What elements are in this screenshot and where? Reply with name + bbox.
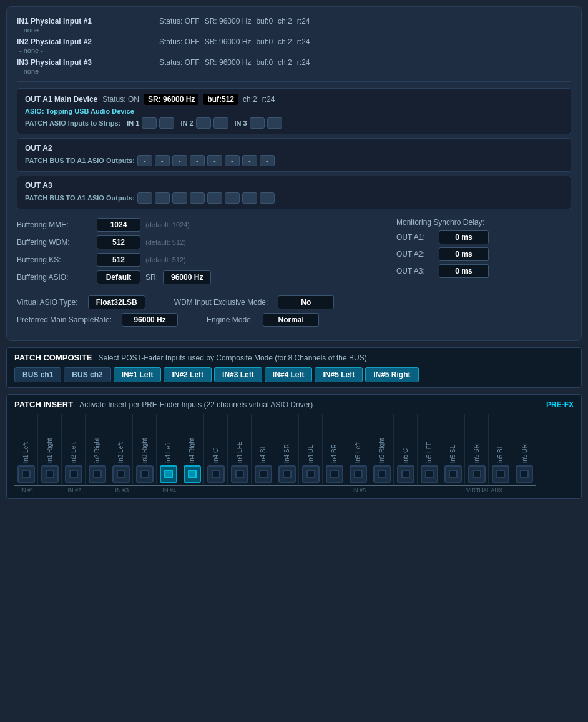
a2-btn6[interactable]: - [225, 155, 240, 166]
ch-button-4[interactable] [112, 465, 130, 483]
ch-button-11[interactable] [278, 465, 296, 483]
ch-label-0: in1 Left [22, 414, 29, 464]
monitoring-title: Monitoring Synchro Delay: [396, 218, 571, 227]
channel-col-16: in5 C [394, 414, 418, 484]
mon-a3-row: OUT A3: 0 ms [396, 264, 571, 278]
mon-a2-label: OUT A2: [396, 250, 434, 259]
in3-sub: - none - [19, 67, 571, 75]
channel-col-8: in4 C [204, 414, 228, 484]
out-a1-ch: ch:2 [243, 95, 257, 104]
ch-button-18[interactable] [444, 465, 462, 483]
channels-container: in1 Leftin1 Rightin2 Leftin2 Rightin3 Le… [14, 414, 574, 484]
buf-asio-value[interactable]: Default [97, 270, 140, 284]
a1-in1-btn1[interactable]: - [142, 117, 157, 129]
in2-status: Status: OFF [159, 37, 200, 46]
buf-ks-label: Buffering KS: [17, 255, 92, 264]
wdm-excl-value[interactable]: No [278, 295, 334, 309]
ch-button-15[interactable] [373, 465, 391, 483]
ch-button-3[interactable] [89, 465, 106, 483]
a3-btn4[interactable]: - [190, 192, 205, 204]
in3-status: Status: OFF [159, 58, 200, 67]
ch-button-0[interactable] [17, 465, 35, 483]
ch-button-10[interactable] [255, 465, 272, 483]
pc-btn-0[interactable]: BUS ch1 [14, 367, 61, 382]
mon-a2-value[interactable]: 0 ms [439, 247, 489, 261]
ch-button-14[interactable] [350, 465, 367, 483]
a3-btn6[interactable]: - [225, 192, 240, 204]
a2-btn5[interactable]: - [207, 155, 222, 166]
a2-btn4[interactable]: - [190, 155, 205, 166]
a2-btn1[interactable]: - [137, 155, 152, 166]
ch-button-2[interactable] [65, 465, 82, 483]
a1-in3-btn2[interactable]: - [267, 117, 282, 129]
mon-a3-value[interactable]: 0 ms [439, 264, 489, 278]
out-a2-title: OUT A2 [25, 144, 69, 152]
ch-button-1[interactable] [41, 465, 59, 483]
a3-btn7[interactable]: - [242, 192, 257, 204]
pc-btn-6[interactable]: IN#5 Left [315, 367, 363, 382]
a1-in2-btn2[interactable]: - [213, 117, 228, 129]
a3-btn1[interactable]: - [137, 192, 152, 204]
ch-button-16[interactable] [397, 465, 414, 483]
ch-button-9[interactable] [231, 465, 248, 483]
channel-col-18: in5 SL [441, 414, 465, 484]
out-a1-sr: SR: 96000 Hz [144, 94, 198, 105]
a2-btn3[interactable]: - [172, 155, 187, 166]
a2-btn8[interactable]: - [260, 155, 275, 166]
ch-button-5[interactable] [136, 465, 154, 483]
buf-mme-value[interactable]: 1024 [97, 218, 140, 232]
pc-btn-2[interactable]: IN#1 Left [114, 367, 162, 382]
ch-button-13[interactable] [326, 465, 343, 483]
vasio-value[interactable]: Float32LSB [88, 295, 145, 309]
ch-label-11: in4 SR [283, 414, 290, 464]
out-a2-section: OUT A2 PATCH BUS TO A1 ASIO Outputs: - -… [17, 138, 571, 172]
ch-label-16: in5 C [402, 414, 409, 464]
in2-buf: buf:0 [256, 37, 273, 46]
a3-btn2[interactable]: - [155, 192, 170, 204]
ch-label-1: in1 Right [46, 414, 53, 464]
ch-button-8[interactable] [207, 465, 225, 483]
in3-row: IN3 Physical Input #3 Status: OFF SR: 96… [17, 58, 571, 75]
pc-btn-1[interactable]: BUS ch2 [64, 367, 110, 382]
in1-ch: ch:2 [278, 17, 292, 26]
out-a3-section: OUT A3 PATCH BUS TO A1 ASIO Outputs: - -… [17, 176, 571, 209]
a1-in3-btn1[interactable]: - [250, 117, 265, 129]
mon-a1-value[interactable]: 0 ms [439, 230, 489, 244]
buf-ks-value[interactable]: 512 [97, 253, 140, 267]
pc-btn-3[interactable]: IN#2 Left [164, 367, 212, 382]
buf-asio-row: Buffering ASIO: Default SR: 96000 Hz [17, 270, 378, 284]
a1-in1-btn2[interactable]: - [159, 117, 174, 129]
in2-r: r:24 [297, 37, 310, 46]
ch-label-17: in5 LFE [426, 414, 433, 464]
channel-col-20: in5 BL [489, 414, 512, 484]
pms-value[interactable]: 96000 Hz [122, 313, 178, 327]
ch-button-12[interactable] [302, 465, 320, 483]
a3-btn8[interactable]: - [260, 192, 275, 204]
buf-mme-label: Buffering MME: [17, 220, 92, 229]
ch-button-17[interactable] [421, 465, 438, 483]
buf-sr-value[interactable]: 96000 Hz [163, 270, 211, 284]
a2-btn2[interactable]: - [155, 155, 170, 166]
mon-a3-label: OUT A3: [396, 267, 434, 275]
buf-wdm-value[interactable]: 512 [97, 235, 140, 249]
a2-btn7[interactable]: - [242, 155, 257, 166]
wdm-excl-label: WDM Input Exclusive Mode: [174, 298, 268, 307]
ch-button-7[interactable] [184, 465, 201, 483]
a3-btn5[interactable]: - [207, 192, 222, 204]
ch-button-19[interactable] [468, 465, 486, 483]
engine-value[interactable]: Normal [263, 313, 319, 327]
a1-in2-btn1[interactable]: - [196, 117, 211, 129]
pc-btn-5[interactable]: IN#4 Left [265, 367, 313, 382]
in2-sub: - none - [19, 47, 571, 54]
ch-button-20[interactable] [492, 465, 509, 483]
ch-label-6: in4 Left [165, 414, 172, 464]
groups-row: _ IN #1 __ IN #2 __ IN #3 __ IN #4 _____… [14, 485, 574, 493]
a3-btn3[interactable]: - [172, 192, 187, 204]
ch-button-6[interactable] [160, 465, 177, 483]
pc-btn-7[interactable]: IN#5 Right [365, 367, 418, 382]
out-a3-patch-label: PATCH BUS TO A1 ASIO Outputs: [25, 194, 135, 202]
group-label-3: _ IN #4 __________ [157, 485, 346, 493]
buf-wdm-default: (default: 512) [145, 239, 186, 246]
ch-button-21[interactable] [516, 465, 533, 483]
pc-btn-4[interactable]: IN#3 Left [214, 367, 262, 382]
